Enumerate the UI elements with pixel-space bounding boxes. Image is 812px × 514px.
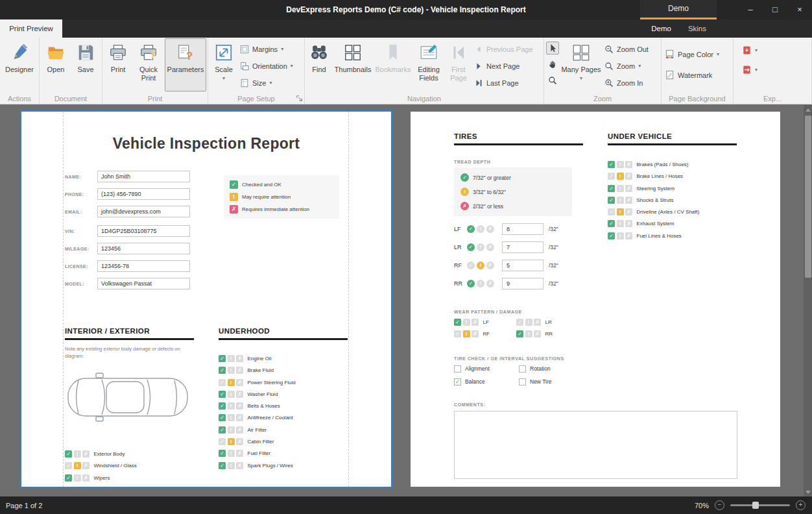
scroll-up-button[interactable] [804,105,812,114]
attention-checkbox[interactable]: ! [463,319,470,326]
attention-checkbox[interactable]: ! [74,474,81,482]
critical-checkbox[interactable]: ✗ [236,391,243,398]
critical-checkbox[interactable]: ✗ [236,450,243,457]
ok-checkbox[interactable]: ✓ [516,330,523,337]
ok-checkbox[interactable]: ✓ [608,232,615,239]
attention-checkbox[interactable]: ! [617,197,624,204]
zoom-in-button[interactable]: Zoom In [603,77,660,88]
bookmarks-button[interactable]: Bookmarks [374,38,412,92]
size-button[interactable]: Size ▾ [238,77,303,88]
mileage-field[interactable]: 123456 [97,243,190,254]
critical-checkbox[interactable]: ✗ [82,450,90,458]
critical-checkbox[interactable]: ✗ [625,232,632,239]
attention-checkbox[interactable]: ! [617,232,624,239]
tab-demo[interactable]: Demo [643,19,680,38]
email-field[interactable]: john@devexpress.com [97,206,190,217]
attention-checkbox[interactable]: ! [525,319,532,326]
suggestion-checkbox[interactable]: ✓ [454,378,461,386]
name-field[interactable]: John Smith [97,171,190,182]
many-pages-button[interactable]: Many Pages ▾ [560,38,603,92]
critical-checkbox[interactable]: ✗ [236,462,243,469]
critical-checkbox[interactable]: ✗ [236,426,243,434]
suggestion-checkbox[interactable]: ✓ [519,365,526,373]
export-document-button[interactable]: ▾ [740,45,774,56]
hand-tool-button[interactable] [546,58,559,71]
tread-depth-input[interactable]: 8 [502,223,543,235]
phone-field[interactable]: (123) 456-7890 [97,188,190,200]
ok-radio[interactable]: ✓ [467,243,475,251]
ok-checkbox[interactable]: ✓ [608,220,615,227]
last-page-button[interactable]: Last Page [472,77,542,88]
next-page-button[interactable]: Next Page [472,60,542,71]
margins-button[interactable]: Margins ▾ [238,43,303,55]
attention-checkbox[interactable]: ! [228,379,235,386]
attention-checkbox[interactable]: ! [228,367,235,374]
critical-checkbox[interactable]: ✗ [534,319,541,326]
pointer-tool-button[interactable] [546,42,559,55]
tread-depth-input[interactable]: 5 [502,260,543,271]
zoom-in-button[interactable]: + [796,500,806,510]
attention-checkbox[interactable]: ! [617,208,624,215]
critical-checkbox[interactable]: ✗ [236,438,243,445]
ok-checkbox[interactable]: ✓ [219,426,226,434]
quick-print-button[interactable]: Quick Print [132,38,165,92]
previous-page-button[interactable]: Previous Page [472,43,542,55]
maximize-button[interactable]: □ [763,0,787,19]
save-button[interactable]: Save [71,38,101,92]
attention-checkbox[interactable]: ! [74,450,81,458]
critical-checkbox[interactable]: ✗ [236,379,243,386]
ok-checkbox[interactable]: ✓ [454,319,461,326]
attention-checkbox[interactable]: ! [228,462,235,469]
titlebar-demo-tab[interactable]: Demo [640,0,717,19]
find-button[interactable]: Find [306,38,332,92]
open-button[interactable]: Open [41,38,71,92]
ok-checkbox[interactable]: ✓ [219,402,226,410]
zoom-button[interactable]: Zoom ▾ [603,60,660,71]
critical-checkbox[interactable]: ✗ [625,173,632,180]
vin-field[interactable]: 1D4GP25B03108775 [97,225,190,237]
close-button[interactable]: × [787,0,812,19]
ok-checkbox[interactable]: ✓ [65,462,72,469]
suggestion-checkbox[interactable]: ✓ [454,365,461,373]
license-field[interactable]: 123456-78 [97,260,190,272]
designer-button[interactable]: Designer [1,38,38,92]
zoom-out-button[interactable]: − [715,500,724,510]
magnifier-tool-button[interactable] [546,74,559,87]
critical-checkbox[interactable]: ✗ [625,197,632,204]
critical-radio[interactable]: ✗ [486,262,494,269]
ok-checkbox[interactable]: ✓ [65,474,72,482]
critical-checkbox[interactable]: ✗ [534,330,541,337]
ok-checkbox[interactable]: ✓ [219,462,226,469]
attention-checkbox[interactable]: ! [617,185,624,192]
zoom-out-button[interactable]: Zoom Out [603,43,660,55]
send-document-button[interactable]: ▾ [740,64,774,75]
critical-checkbox[interactable]: ✗ [82,474,90,482]
tread-depth-input[interactable]: 9 [502,278,543,289]
ok-checkbox[interactable]: ✓ [219,438,226,445]
parameters-button[interactable]: ? Parameters [165,38,206,92]
first-page-button[interactable]: First Page [445,38,472,92]
ok-checkbox[interactable]: ✓ [516,319,523,326]
print-button[interactable]: Print [104,38,132,92]
critical-radio[interactable]: ✗ [486,280,494,288]
ok-checkbox[interactable]: ✓ [65,450,72,458]
scale-button[interactable]: Scale ▾ [209,38,238,92]
ok-checkbox[interactable]: ✓ [608,161,615,168]
attention-checkbox[interactable]: ! [228,355,235,362]
attention-checkbox[interactable]: ! [74,462,81,469]
attention-radio[interactable]: ! [477,280,484,288]
ok-checkbox[interactable]: ✓ [219,414,226,421]
attention-radio[interactable]: ! [477,262,484,269]
critical-checkbox[interactable]: ✗ [625,220,632,227]
vertical-scrollbar[interactable] [804,105,812,496]
critical-checkbox[interactable]: ✗ [625,185,632,192]
ok-checkbox[interactable]: ✓ [219,367,226,374]
critical-checkbox[interactable]: ✗ [472,319,479,326]
attention-radio[interactable]: ! [477,243,484,251]
critical-checkbox[interactable]: ✗ [625,208,632,215]
thumbnails-button[interactable]: Thumbnails [332,38,374,92]
critical-radio[interactable]: ✗ [486,225,494,233]
critical-checkbox[interactable]: ✗ [236,402,243,410]
tab-skins[interactable]: Skins [680,19,715,38]
attention-checkbox[interactable]: ! [228,450,235,457]
